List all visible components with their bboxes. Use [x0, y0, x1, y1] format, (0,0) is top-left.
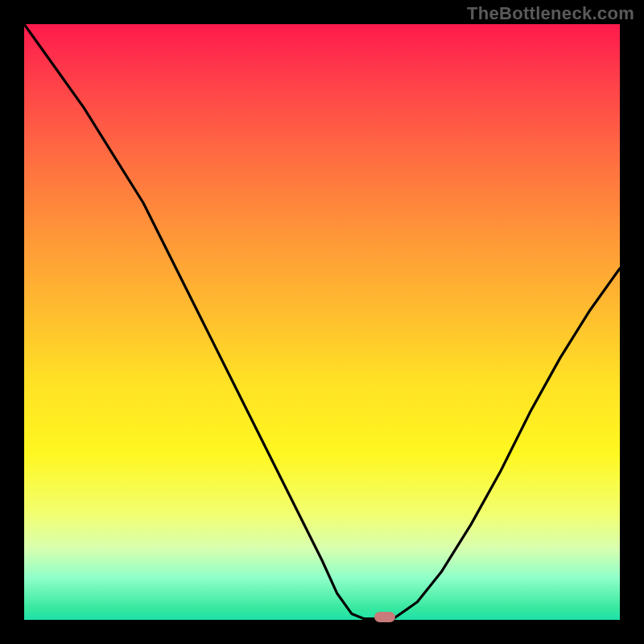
- curve-svg: [24, 24, 620, 620]
- watermark-text: TheBottleneck.com: [467, 3, 634, 24]
- bottleneck-curve: [24, 24, 620, 619]
- chart-frame: TheBottleneck.com: [0, 0, 644, 644]
- plot-area: [24, 24, 620, 620]
- valley-marker: [374, 612, 395, 622]
